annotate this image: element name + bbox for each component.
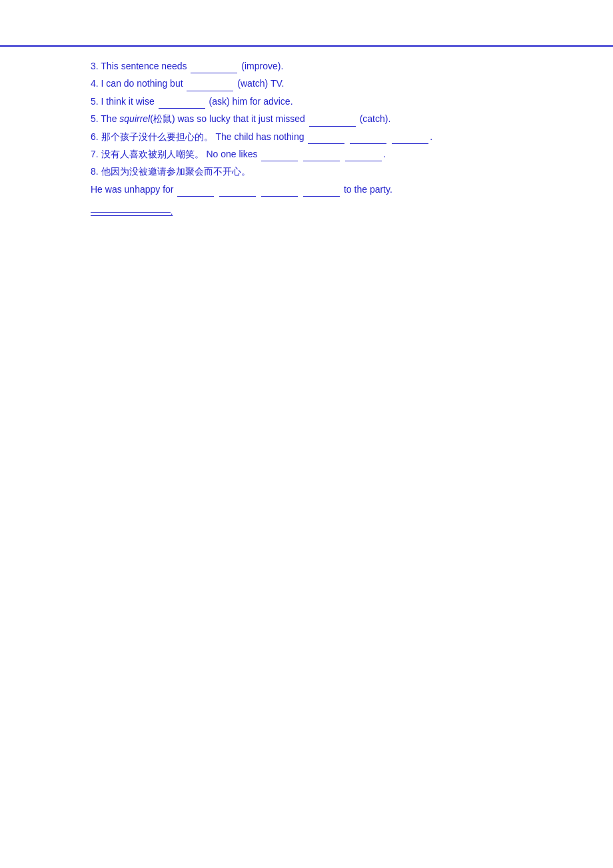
sentence-5b: 5. The squirrel(松鼠) was so lucky that it… xyxy=(91,111,522,126)
sentence-7: 7. 没有人喜欢被别人嘲笑。 No one likes . xyxy=(91,147,522,161)
space-7b xyxy=(341,149,344,159)
sentence-8: 8. 他因为没被邀请参加聚会而不开心。 xyxy=(91,164,522,179)
sentence-4-prefix: 4. I can do nothing but xyxy=(91,78,185,89)
sentence-8-chinese: 8. 他因为没被邀请参加聚会而不开心。 xyxy=(91,166,251,177)
blank-8d xyxy=(303,187,340,197)
period-6: . xyxy=(430,131,432,142)
sentence-7-chinese: 7. 没有人喜欢被别人嘲笑。 No one likes xyxy=(91,149,260,159)
blank-3 xyxy=(191,64,237,73)
period-7: . xyxy=(383,149,386,159)
main-content: 3. This sentence needs (improve). 4. I c… xyxy=(0,47,613,230)
sentence-3-suffix: (improve). xyxy=(239,61,283,71)
space-8a xyxy=(215,184,218,195)
space-8b xyxy=(257,184,260,195)
sentence-5a: 5. I think it wise (ask) him for advice. xyxy=(91,94,522,109)
blank-6a xyxy=(308,135,344,144)
blank-7c xyxy=(345,152,382,161)
sentence-5b-suffix: (catch). xyxy=(357,113,391,124)
sentence-6-chinese: 6. 那个孩子没什么要担心的。 The child has nothing xyxy=(91,131,306,142)
footer-link-text: ——————————. xyxy=(91,207,173,217)
space-8c xyxy=(299,184,302,195)
blank-7a xyxy=(261,152,298,161)
footer-link[interactable]: ——————————. xyxy=(91,207,522,217)
blank-5b xyxy=(309,117,356,127)
squirrel-italic: squirrel xyxy=(119,113,150,124)
blank-6b xyxy=(350,135,386,144)
space-6a xyxy=(346,131,348,142)
sentence-3: 3. This sentence needs (improve). xyxy=(91,59,522,73)
sentence-4-suffix: (watch) TV. xyxy=(235,78,284,89)
sentence-8b-prefix: He was unhappy for xyxy=(91,184,176,195)
space-7a xyxy=(299,149,302,159)
sentence-4: 4. I can do nothing but (watch) TV. xyxy=(91,76,522,91)
blank-8c xyxy=(261,187,298,197)
blank-4 xyxy=(187,82,233,91)
sentence-3-prefix: 3. This sentence needs xyxy=(91,61,189,71)
blank-7b xyxy=(303,152,340,161)
blank-5a xyxy=(159,99,205,109)
sentence-5b-prefix1: 5. The xyxy=(91,113,119,124)
sentence-5a-suffix: (ask) him for advice. xyxy=(207,96,293,107)
space-6b xyxy=(388,131,390,142)
blank-8b xyxy=(219,187,256,197)
sentence-6: 6. 那个孩子没什么要担心的。 The child has nothing . xyxy=(91,129,522,144)
sentence-5b-prefix2: (松鼠) was so lucky that it just missed xyxy=(150,113,308,124)
sentence-5a-prefix: 5. I think it wise xyxy=(91,96,157,107)
sentence-8b: He was unhappy for to the party. xyxy=(91,182,522,197)
blank-6c xyxy=(392,135,428,144)
sentence-8b-suffix: to the party. xyxy=(341,184,392,195)
blank-8a xyxy=(177,187,214,197)
